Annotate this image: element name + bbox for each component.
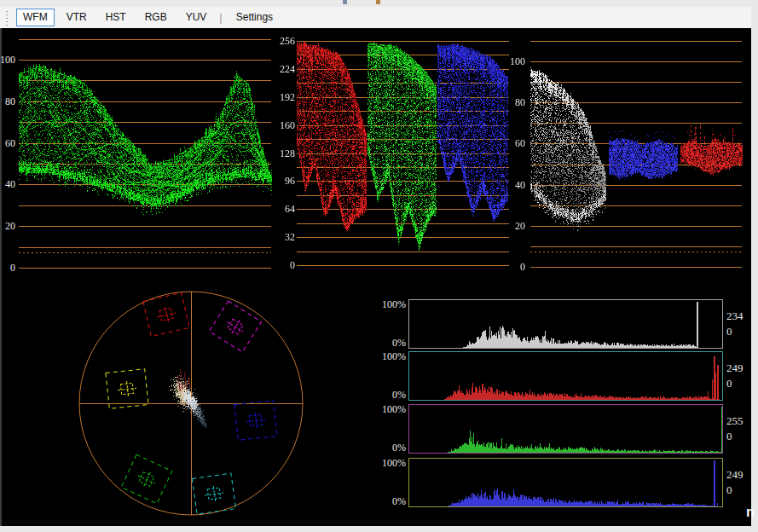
histogram-canvas-red	[409, 352, 722, 400]
window-icon-fragment	[376, 0, 380, 4]
histogram-canvas-green	[409, 405, 722, 453]
axis-tick-label: 20	[501, 221, 525, 231]
histogram-plot-luma	[408, 299, 723, 349]
rgb-parade-canvas	[294, 34, 512, 271]
axis-tick-label: 100	[501, 56, 525, 66]
clipped-text-artifact: n	[746, 506, 755, 519]
axis-tick-label: 192	[264, 92, 295, 102]
luma-waveform-canvas	[17, 34, 273, 275]
window-right-edge[interactable]	[751, 0, 758, 532]
histogram-row-blue: 100%0%2490	[384, 458, 755, 507]
axis-tick-label: 0	[264, 260, 295, 270]
histogram-0pct-label: 0%	[382, 390, 406, 400]
window-icon-fragment	[343, 0, 347, 4]
toolbar-item-rgb[interactable]: RGB	[138, 9, 174, 26]
toolbar-item-yuv[interactable]: YUV	[179, 9, 214, 26]
histogram-0pct-label: 0%	[382, 442, 406, 453]
histogram-0pct-label: 0%	[382, 496, 406, 506]
axis-tick-label: 60	[501, 138, 525, 148]
histogram-row-green: 100%0%2550	[384, 404, 755, 454]
toolbar-item-hst[interactable]: HST	[99, 9, 133, 26]
histogram-plot-blue	[408, 458, 723, 507]
histogram-plot-red	[408, 351, 723, 401]
axis-tick-label: 256	[264, 36, 295, 46]
histogram-canvas-blue	[409, 459, 722, 506]
axis-tick-label: 160	[264, 120, 295, 130]
histogram-100pct-label: 100%	[382, 299, 406, 309]
toolbar-items: WFMVTRHSTRGBYUV	[14, 9, 216, 26]
window-bottom-edge[interactable]	[0, 526, 758, 532]
axis-tick-label: 96	[264, 176, 295, 186]
toolbar-item-wfm[interactable]: WFM	[16, 9, 55, 26]
waveform-monitor-window: WFMVTRHSTRGBYUV | Settings 1008060402002…	[0, 0, 758, 532]
window-title-strip	[0, 0, 758, 7]
axis-tick-label: 20	[0, 221, 15, 231]
axis-tick-label: 224	[264, 64, 295, 74]
histogram-100pct-label: 100%	[382, 458, 406, 468]
axis-tick-label: 32	[264, 232, 295, 242]
axis-tick-label: 80	[501, 97, 525, 107]
axis-tick-label: 80	[0, 96, 15, 107]
axis-tick-label: 40	[501, 180, 525, 190]
axis-tick-label: 100	[0, 55, 15, 65]
toolbar-grip-handle[interactable]	[5, 9, 9, 26]
toolbar-item-vtr[interactable]: VTR	[60, 9, 94, 26]
histogram-0pct-label: 0%	[382, 338, 406, 348]
axis-tick-label: 0	[0, 263, 15, 273]
histogram-100pct-label: 100%	[382, 351, 406, 361]
axis-tick-label: 128	[264, 148, 295, 159]
axis-tick-label: 64	[264, 204, 295, 214]
histogram-canvas-luma	[409, 300, 722, 348]
histogram-row-luma: 100%0%2340	[384, 299, 755, 349]
vectorscope-canvas	[77, 288, 307, 518]
histogram-plot-green	[408, 404, 723, 454]
yuv-parade-canvas	[527, 34, 750, 273]
histogram-100pct-label: 100%	[382, 404, 406, 414]
toolbar-separator: |	[219, 11, 222, 24]
toolbar: WFMVTRHSTRGBYUV | Settings	[0, 7, 751, 28]
toolbar-item-settings[interactable]: Settings	[229, 9, 280, 26]
histogram-row-red: 100%0%2490	[384, 351, 755, 401]
axis-tick-label: 40	[0, 179, 15, 189]
axis-tick-label: 60	[0, 138, 15, 148]
axis-tick-label: 0	[501, 262, 525, 272]
